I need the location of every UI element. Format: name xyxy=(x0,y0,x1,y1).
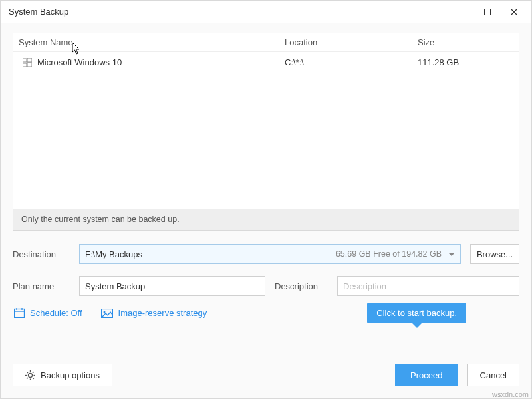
svg-rect-0 xyxy=(485,9,491,15)
row-location: C:\*:\ xyxy=(285,57,418,67)
row-name: Microsoft Windows 10 xyxy=(37,57,122,67)
svg-line-17 xyxy=(33,378,34,379)
description-label: Description xyxy=(275,281,328,291)
backup-options-label: Backup options xyxy=(41,370,100,380)
destination-label: Destination xyxy=(13,249,70,259)
image-icon xyxy=(101,309,113,318)
col-header-location: Location xyxy=(285,37,418,47)
col-header-name: System Name xyxy=(19,37,285,47)
image-reserve-text: Image-reserve strategy xyxy=(118,308,207,318)
plan-name-input[interactable] xyxy=(79,276,265,296)
square-icon xyxy=(484,9,491,15)
start-backup-tooltip: Click to start backup. xyxy=(367,303,466,323)
svg-rect-3 xyxy=(23,63,27,67)
image-reserve-link[interactable]: Image-reserve strategy xyxy=(101,308,207,318)
gear-icon xyxy=(25,370,35,380)
destination-dropdown[interactable]: F:\My Backups 65.69 GB Free of 194.82 GB xyxy=(79,244,461,264)
svg-point-10 xyxy=(103,311,105,313)
description-input[interactable] xyxy=(337,276,519,296)
plan-name-label: Plan name xyxy=(13,281,70,291)
svg-line-18 xyxy=(33,372,34,373)
schedule-text: Schedule: Off xyxy=(30,308,82,318)
table-row[interactable]: Microsoft Windows 10 C:\*:\ 111.28 GB xyxy=(13,52,519,72)
backup-options-button[interactable]: Backup options xyxy=(13,364,112,386)
svg-line-16 xyxy=(27,372,28,373)
col-header-size: Size xyxy=(418,37,513,47)
svg-line-19 xyxy=(27,378,28,379)
cancel-button[interactable]: Cancel xyxy=(467,364,519,386)
destination-path: F:\My Backups xyxy=(85,249,336,259)
titlebar: System Backup xyxy=(1,1,531,23)
windows-icon xyxy=(23,58,32,67)
svg-rect-2 xyxy=(27,58,32,62)
schedule-link[interactable]: Schedule: Off xyxy=(14,308,82,318)
proceed-button[interactable]: Proceed xyxy=(395,364,458,386)
destination-free-text: 65.69 GB Free of 194.82 GB xyxy=(336,249,446,259)
calendar-icon xyxy=(14,308,25,318)
svg-point-11 xyxy=(29,373,33,377)
window-title: System Backup xyxy=(9,7,474,17)
close-button[interactable] xyxy=(501,1,527,23)
system-table: System Name Location Size Microsoft Wind… xyxy=(13,33,519,231)
svg-rect-4 xyxy=(27,63,32,67)
svg-rect-5 xyxy=(15,309,25,318)
browse-button[interactable]: Browse... xyxy=(470,244,519,264)
watermark: wsxdn.com xyxy=(492,390,529,398)
close-icon xyxy=(511,9,517,15)
maximize-button[interactable] xyxy=(474,1,501,23)
svg-rect-1 xyxy=(23,59,27,62)
chevron-down-icon xyxy=(448,253,455,256)
table-header: System Name Location Size xyxy=(13,33,519,52)
row-size: 111.28 GB xyxy=(418,57,513,67)
table-note: Only the current system can be backed up… xyxy=(13,209,519,230)
